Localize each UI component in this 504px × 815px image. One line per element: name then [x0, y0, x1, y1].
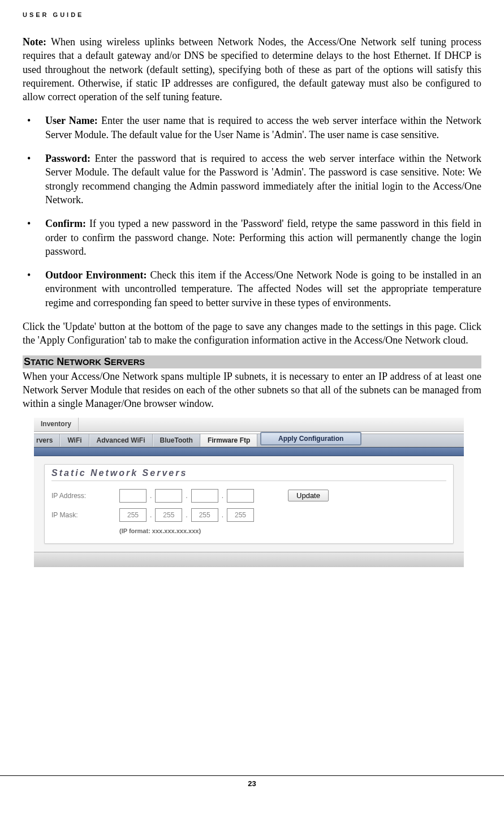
bullet-term: Outdoor Environment: [45, 269, 150, 281]
note-body: When using wireless uplinks between Netw… [23, 36, 481, 102]
bullet-body: Enter the user name that is required to … [45, 115, 481, 140]
update-button[interactable]: Update [288, 490, 329, 501]
embedded-screenshot: Inventory Apply Configuration rvers WiFi… [34, 418, 464, 567]
dot-separator: . [218, 492, 227, 500]
tab-inventory[interactable]: Inventory [34, 418, 79, 431]
apply-configuration-button[interactable]: Apply Configuration [260, 432, 361, 445]
ip-address-octet-2[interactable] [155, 489, 182, 503]
bullet-list: User Name: Enter the user name that is r… [23, 114, 481, 310]
running-header: USER GUIDE [23, 11, 481, 18]
toolbar-strip [34, 447, 464, 456]
dot-separator: . [147, 511, 155, 519]
ip-address-octet-3[interactable] [191, 489, 218, 503]
bullet-term: Password: [45, 153, 95, 164]
tab-blank [79, 418, 92, 431]
ip-address-octet-4[interactable] [227, 489, 254, 503]
list-item: Outdoor Environment: Check this item if … [23, 268, 481, 310]
tab-firmware-ftp[interactable]: Firmware Ftp [200, 434, 257, 447]
list-item: User Name: Enter the user name that is r… [23, 114, 481, 141]
panel-title: Static Network Servers [51, 468, 446, 481]
ip-address-label: IP Address: [51, 492, 119, 500]
bullet-term: User Name: [45, 115, 101, 126]
dot-separator: . [218, 511, 227, 519]
ip-mask-octet-3[interactable] [191, 508, 218, 522]
tab-servers-truncated[interactable]: rvers [34, 434, 60, 447]
bullet-body: Enter the password that is required to a… [45, 153, 481, 205]
ip-mask-octet-2[interactable] [155, 508, 182, 522]
screenshot-footer-bar [34, 552, 464, 567]
page-footer: 23 [0, 775, 504, 788]
section-heading-bar: STATIC NETWORK SERVERS [23, 355, 481, 368]
bullet-term: Confirm: [45, 218, 89, 229]
ip-mask-octet-1[interactable] [119, 508, 147, 522]
list-item: Confirm: If you typed a new password in … [23, 217, 481, 258]
tab-advanced-wifi[interactable]: Advanced WiFi [89, 434, 153, 447]
tab-wifi[interactable]: WiFi [60, 434, 89, 447]
dot-separator: . [147, 492, 155, 500]
page-number: 23 [248, 779, 256, 788]
list-item: Password: Enter the password that is req… [23, 152, 481, 207]
ip-address-octet-1[interactable] [119, 489, 147, 503]
ip-format-hint: (IP format: xxx.xxx.xxx.xxx) [119, 527, 446, 534]
note-paragraph: Note: When using wireless uplinks betwee… [23, 35, 481, 104]
note-prefix: Note: [23, 36, 51, 48]
dot-separator: . [182, 492, 191, 500]
ip-mask-label: IP Mask: [51, 511, 119, 519]
ip-mask-octet-4[interactable] [227, 508, 254, 522]
static-servers-paragraph: When your Access/One Network spans multi… [23, 370, 481, 411]
section-heading: STATIC NETWORK SERVERS [24, 356, 145, 367]
bullet-body: If you typed a new password in the 'Pass… [45, 218, 481, 257]
dot-separator: . [182, 511, 191, 519]
tab-bluetooth[interactable]: BlueTooth [153, 434, 200, 447]
click-paragraph: Click the 'Update' button at the bottom … [23, 320, 481, 348]
